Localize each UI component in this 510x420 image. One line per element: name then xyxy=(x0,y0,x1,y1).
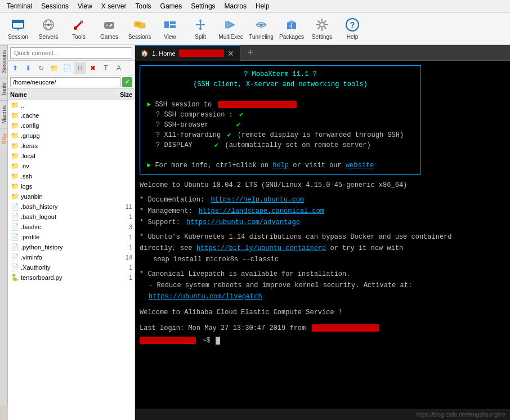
download-btn[interactable]: ⬇ xyxy=(22,62,34,74)
list-item[interactable]: 📁yuanbin xyxy=(8,191,135,202)
list-item[interactable]: 🐍tensorboard.py1 xyxy=(8,272,135,283)
mgmt-link[interactable]: https://landscape.canonical.com xyxy=(199,207,324,215)
k8s-line2: directly, see https://bit.ly/ubuntu-cont… xyxy=(140,243,505,253)
toolbar-servers-label: Servers xyxy=(39,34,58,40)
toolbar-games-label: Games xyxy=(100,34,118,40)
menu-tools[interactable]: Tools xyxy=(131,1,156,11)
delete-btn[interactable]: ✖ xyxy=(87,62,99,74)
new-folder-btn[interactable]: 📁 xyxy=(48,62,60,74)
toolbar-help-btn[interactable]: ? Help xyxy=(338,15,367,43)
file-size: 14 xyxy=(113,254,132,261)
packages-icon xyxy=(284,17,299,33)
left-panel: ⬆ ⬇ ↻ 📁 📄 H ✖ T A ✓ Name Size 📁..📁.cache… xyxy=(8,45,135,420)
watermark: https://blog.csdn.net/fengshaungme xyxy=(417,412,505,418)
toolbar-view-btn[interactable]: View xyxy=(155,15,185,43)
list-item[interactable]: 📁.cache xyxy=(8,110,135,120)
toolbar-session-btn[interactable]: Session xyxy=(3,15,33,43)
file-list: 📁..📁.cache📁.config📁.gnupg📁.keras📁.local📁… xyxy=(8,100,135,420)
list-item[interactable]: 📁.. xyxy=(8,100,135,110)
list-item[interactable]: 📄.viminfo14 xyxy=(8,252,135,262)
support-link[interactable]: https://ubuntu.com/advantage xyxy=(186,218,300,226)
list-item[interactable]: 📄.Xauthority1 xyxy=(8,262,135,272)
vtab-tools[interactable]: Tools xyxy=(0,78,7,100)
toolbar-packages-btn[interactable]: Packages xyxy=(277,15,306,43)
list-item[interactable]: 📁.nv xyxy=(8,161,135,171)
list-item[interactable]: 📄.python_history1 xyxy=(8,242,135,252)
list-item[interactable]: 📄.bashrc3 xyxy=(8,222,135,232)
file-icon: 📄 xyxy=(10,222,19,231)
toolbar-settings-btn[interactable]: Settings xyxy=(307,15,337,43)
path-input[interactable] xyxy=(10,77,120,87)
path-ok-btn[interactable]: ✓ xyxy=(122,77,132,87)
toolbar-multiexec-label: MultiExec xyxy=(218,34,243,40)
editor-btn[interactable]: A xyxy=(113,62,125,74)
svg-rect-1 xyxy=(12,20,24,23)
toolbar-servers-btn[interactable]: Servers xyxy=(34,15,63,43)
menu-view[interactable]: View xyxy=(73,1,97,11)
toolbar-tunneling-label: Tunneling xyxy=(249,34,274,40)
toolbar-sessions-btn[interactable]: Sessions xyxy=(125,15,154,43)
file-list-header: Name Size xyxy=(8,89,135,100)
toolbar-tunneling-btn[interactable]: Tunneling xyxy=(247,15,276,43)
livepatch-link[interactable]: https://ubuntu.com/livepatch xyxy=(149,293,262,301)
terminal-content: ? MobaXterm 11.1 ? (SSH client, X-server… xyxy=(135,61,510,409)
file-name: .cache xyxy=(21,112,113,119)
tab-home[interactable]: 🏠 1. Home ✕ xyxy=(135,45,240,61)
doc-link[interactable]: https://help.ubuntu.com xyxy=(211,196,304,204)
toolbar-view-label: View xyxy=(164,34,176,40)
vtab-sftp[interactable]: Sftp xyxy=(0,128,7,149)
file-name: .. xyxy=(21,102,113,109)
folder-icon: 📁 xyxy=(10,162,19,171)
list-item[interactable]: 📄.bash_history11 xyxy=(8,202,135,212)
menu-terminal[interactable]: Terminal xyxy=(2,1,37,11)
help-link[interactable]: help xyxy=(272,162,289,169)
menu-macros[interactable]: Macros xyxy=(220,1,251,11)
last-login-line: Last login: Mon May 27 13:30:47 2019 fro… xyxy=(140,323,505,333)
svg-rect-19 xyxy=(170,21,176,24)
toolbar-games-btn[interactable]: Games xyxy=(95,15,124,43)
toolbar-tools-btn[interactable]: Tools xyxy=(64,15,93,43)
toolbar-multiexec-btn[interactable]: MultiExec xyxy=(216,15,245,43)
file-name: .viminfo xyxy=(21,254,113,261)
vtab-macros[interactable]: Macros xyxy=(0,100,7,128)
list-item[interactable]: 📁.ssh xyxy=(8,171,135,181)
list-item[interactable]: 📁.gnupg xyxy=(8,131,135,141)
x11-line: ? X11-forwarding ✔ (remote display is fo… xyxy=(147,130,414,140)
tab-close-btn[interactable]: ✕ xyxy=(227,49,234,58)
new-tab-btn[interactable]: + xyxy=(243,45,258,61)
list-item[interactable]: 📄.profile1 xyxy=(8,232,135,242)
quick-connect-input[interactable] xyxy=(10,47,132,59)
path-bar: ✓ xyxy=(8,75,135,89)
file-name: .config xyxy=(21,122,113,129)
vtab-sessions[interactable]: Sessions xyxy=(0,45,7,78)
list-item[interactable]: 📁logs xyxy=(8,181,135,191)
file-name: .python_history xyxy=(21,244,113,251)
upload-btn[interactable]: ⬆ xyxy=(9,62,21,74)
folder-icon: 📁 xyxy=(10,101,19,110)
menu-settings[interactable]: Settings xyxy=(186,1,220,11)
list-item[interactable]: 📁.config xyxy=(8,120,135,131)
svg-marker-28 xyxy=(287,20,296,23)
toolbar-split-btn[interactable]: Split xyxy=(186,15,215,43)
k8s-link[interactable]: https://bit.ly/ubuntu-containerd xyxy=(196,244,326,252)
menu-xserver[interactable]: X server xyxy=(97,1,131,11)
list-item[interactable]: 📄.bash_logout1 xyxy=(8,212,135,222)
file-name: .local xyxy=(21,153,113,159)
website-link[interactable]: website xyxy=(346,162,374,169)
list-item[interactable]: 📁.keras xyxy=(8,141,135,151)
menu-help[interactable]: Help xyxy=(251,1,274,11)
mobaxterm-title: ? MobaXterm 11.1 ? xyxy=(147,69,414,79)
new-file-btn[interactable]: 📄 xyxy=(61,62,73,74)
file-icon: 📄 xyxy=(10,253,19,262)
menu-games[interactable]: Games xyxy=(156,1,187,11)
file-icon: 🐍 xyxy=(10,273,19,282)
list-item[interactable]: 📁.local xyxy=(8,151,135,161)
hidden-toggle-btn[interactable]: H xyxy=(74,62,86,74)
status-bar: https://blog.csdn.net/fengshaungme xyxy=(135,409,510,420)
main-terminal-area: 🏠 1. Home ✕ + ? MobaXterm 11.1 ? (SSH cl… xyxy=(135,45,510,420)
mobaxterm-info-box: ? MobaXterm 11.1 ? (SSH client, X-server… xyxy=(140,65,421,175)
menu-sessions[interactable]: Sessions xyxy=(37,1,73,11)
refresh-btn[interactable]: ↻ xyxy=(35,62,47,74)
cursor xyxy=(216,337,220,345)
terminal-btn[interactable]: T xyxy=(100,62,112,74)
